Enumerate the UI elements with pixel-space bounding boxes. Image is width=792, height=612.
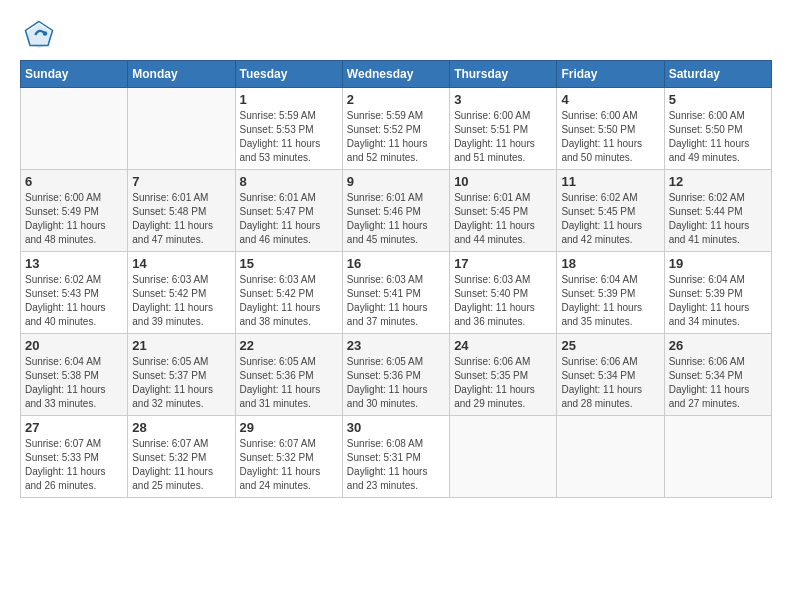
day-number: 4 bbox=[561, 92, 659, 107]
day-number: 12 bbox=[669, 174, 767, 189]
calendar-cell: 16Sunrise: 6:03 AM Sunset: 5:41 PM Dayli… bbox=[342, 252, 449, 334]
day-number: 16 bbox=[347, 256, 445, 271]
svg-point-2 bbox=[43, 31, 48, 36]
calendar-cell: 28Sunrise: 6:07 AM Sunset: 5:32 PM Dayli… bbox=[128, 416, 235, 498]
day-info: Sunrise: 6:00 AM Sunset: 5:50 PM Dayligh… bbox=[561, 109, 659, 165]
calendar-cell: 30Sunrise: 6:08 AM Sunset: 5:31 PM Dayli… bbox=[342, 416, 449, 498]
weekday-header-monday: Monday bbox=[128, 61, 235, 88]
calendar-cell: 27Sunrise: 6:07 AM Sunset: 5:33 PM Dayli… bbox=[21, 416, 128, 498]
day-number: 19 bbox=[669, 256, 767, 271]
day-info: Sunrise: 6:03 AM Sunset: 5:40 PM Dayligh… bbox=[454, 273, 552, 329]
calendar-week-row: 1Sunrise: 5:59 AM Sunset: 5:53 PM Daylig… bbox=[21, 88, 772, 170]
day-number: 25 bbox=[561, 338, 659, 353]
calendar-table: SundayMondayTuesdayWednesdayThursdayFrid… bbox=[20, 60, 772, 498]
day-info: Sunrise: 5:59 AM Sunset: 5:53 PM Dayligh… bbox=[240, 109, 338, 165]
calendar-cell: 22Sunrise: 6:05 AM Sunset: 5:36 PM Dayli… bbox=[235, 334, 342, 416]
day-info: Sunrise: 6:04 AM Sunset: 5:38 PM Dayligh… bbox=[25, 355, 123, 411]
day-info: Sunrise: 6:06 AM Sunset: 5:35 PM Dayligh… bbox=[454, 355, 552, 411]
calendar-cell: 1Sunrise: 5:59 AM Sunset: 5:53 PM Daylig… bbox=[235, 88, 342, 170]
weekday-header-thursday: Thursday bbox=[450, 61, 557, 88]
weekday-header-tuesday: Tuesday bbox=[235, 61, 342, 88]
day-info: Sunrise: 6:07 AM Sunset: 5:32 PM Dayligh… bbox=[240, 437, 338, 493]
calendar-cell: 17Sunrise: 6:03 AM Sunset: 5:40 PM Dayli… bbox=[450, 252, 557, 334]
weekday-header-saturday: Saturday bbox=[664, 61, 771, 88]
day-number: 2 bbox=[347, 92, 445, 107]
calendar-cell bbox=[450, 416, 557, 498]
calendar-cell: 24Sunrise: 6:06 AM Sunset: 5:35 PM Dayli… bbox=[450, 334, 557, 416]
day-number: 24 bbox=[454, 338, 552, 353]
calendar-cell: 6Sunrise: 6:00 AM Sunset: 5:49 PM Daylig… bbox=[21, 170, 128, 252]
calendar-week-row: 13Sunrise: 6:02 AM Sunset: 5:43 PM Dayli… bbox=[21, 252, 772, 334]
calendar-cell: 3Sunrise: 6:00 AM Sunset: 5:51 PM Daylig… bbox=[450, 88, 557, 170]
calendar-cell: 18Sunrise: 6:04 AM Sunset: 5:39 PM Dayli… bbox=[557, 252, 664, 334]
calendar-cell: 11Sunrise: 6:02 AM Sunset: 5:45 PM Dayli… bbox=[557, 170, 664, 252]
calendar-cell: 25Sunrise: 6:06 AM Sunset: 5:34 PM Dayli… bbox=[557, 334, 664, 416]
day-info: Sunrise: 6:07 AM Sunset: 5:32 PM Dayligh… bbox=[132, 437, 230, 493]
day-number: 20 bbox=[25, 338, 123, 353]
weekday-header-wednesday: Wednesday bbox=[342, 61, 449, 88]
calendar-cell: 4Sunrise: 6:00 AM Sunset: 5:50 PM Daylig… bbox=[557, 88, 664, 170]
calendar-cell: 26Sunrise: 6:06 AM Sunset: 5:34 PM Dayli… bbox=[664, 334, 771, 416]
day-info: Sunrise: 6:05 AM Sunset: 5:36 PM Dayligh… bbox=[240, 355, 338, 411]
day-info: Sunrise: 6:07 AM Sunset: 5:33 PM Dayligh… bbox=[25, 437, 123, 493]
day-info: Sunrise: 6:05 AM Sunset: 5:37 PM Dayligh… bbox=[132, 355, 230, 411]
header bbox=[20, 20, 772, 50]
day-info: Sunrise: 6:03 AM Sunset: 5:41 PM Dayligh… bbox=[347, 273, 445, 329]
calendar-cell: 10Sunrise: 6:01 AM Sunset: 5:45 PM Dayli… bbox=[450, 170, 557, 252]
calendar-cell: 8Sunrise: 6:01 AM Sunset: 5:47 PM Daylig… bbox=[235, 170, 342, 252]
day-number: 23 bbox=[347, 338, 445, 353]
logo bbox=[20, 20, 54, 50]
day-info: Sunrise: 6:02 AM Sunset: 5:45 PM Dayligh… bbox=[561, 191, 659, 247]
day-number: 18 bbox=[561, 256, 659, 271]
calendar-cell: 14Sunrise: 6:03 AM Sunset: 5:42 PM Dayli… bbox=[128, 252, 235, 334]
calendar-week-row: 20Sunrise: 6:04 AM Sunset: 5:38 PM Dayli… bbox=[21, 334, 772, 416]
day-info: Sunrise: 6:00 AM Sunset: 5:50 PM Dayligh… bbox=[669, 109, 767, 165]
calendar-week-row: 6Sunrise: 6:00 AM Sunset: 5:49 PM Daylig… bbox=[21, 170, 772, 252]
day-info: Sunrise: 6:05 AM Sunset: 5:36 PM Dayligh… bbox=[347, 355, 445, 411]
calendar-cell: 21Sunrise: 6:05 AM Sunset: 5:37 PM Dayli… bbox=[128, 334, 235, 416]
calendar-cell: 20Sunrise: 6:04 AM Sunset: 5:38 PM Dayli… bbox=[21, 334, 128, 416]
calendar-cell bbox=[557, 416, 664, 498]
day-info: Sunrise: 6:02 AM Sunset: 5:43 PM Dayligh… bbox=[25, 273, 123, 329]
day-info: Sunrise: 6:00 AM Sunset: 5:51 PM Dayligh… bbox=[454, 109, 552, 165]
day-info: Sunrise: 5:59 AM Sunset: 5:52 PM Dayligh… bbox=[347, 109, 445, 165]
day-number: 17 bbox=[454, 256, 552, 271]
day-number: 28 bbox=[132, 420, 230, 435]
calendar-cell: 7Sunrise: 6:01 AM Sunset: 5:48 PM Daylig… bbox=[128, 170, 235, 252]
day-number: 9 bbox=[347, 174, 445, 189]
day-number: 27 bbox=[25, 420, 123, 435]
calendar-cell: 12Sunrise: 6:02 AM Sunset: 5:44 PM Dayli… bbox=[664, 170, 771, 252]
weekday-header-sunday: Sunday bbox=[21, 61, 128, 88]
calendar-week-row: 27Sunrise: 6:07 AM Sunset: 5:33 PM Dayli… bbox=[21, 416, 772, 498]
weekday-header-friday: Friday bbox=[557, 61, 664, 88]
day-info: Sunrise: 6:00 AM Sunset: 5:49 PM Dayligh… bbox=[25, 191, 123, 247]
calendar-cell: 5Sunrise: 6:00 AM Sunset: 5:50 PM Daylig… bbox=[664, 88, 771, 170]
day-number: 7 bbox=[132, 174, 230, 189]
day-info: Sunrise: 6:01 AM Sunset: 5:48 PM Dayligh… bbox=[132, 191, 230, 247]
calendar-cell: 23Sunrise: 6:05 AM Sunset: 5:36 PM Dayli… bbox=[342, 334, 449, 416]
calendar-cell: 2Sunrise: 5:59 AM Sunset: 5:52 PM Daylig… bbox=[342, 88, 449, 170]
day-number: 5 bbox=[669, 92, 767, 107]
day-number: 13 bbox=[25, 256, 123, 271]
day-number: 8 bbox=[240, 174, 338, 189]
calendar-cell: 19Sunrise: 6:04 AM Sunset: 5:39 PM Dayli… bbox=[664, 252, 771, 334]
calendar-cell: 15Sunrise: 6:03 AM Sunset: 5:42 PM Dayli… bbox=[235, 252, 342, 334]
day-number: 3 bbox=[454, 92, 552, 107]
day-info: Sunrise: 6:02 AM Sunset: 5:44 PM Dayligh… bbox=[669, 191, 767, 247]
calendar-cell bbox=[128, 88, 235, 170]
day-info: Sunrise: 6:04 AM Sunset: 5:39 PM Dayligh… bbox=[669, 273, 767, 329]
day-info: Sunrise: 6:01 AM Sunset: 5:45 PM Dayligh… bbox=[454, 191, 552, 247]
day-number: 21 bbox=[132, 338, 230, 353]
day-info: Sunrise: 6:03 AM Sunset: 5:42 PM Dayligh… bbox=[240, 273, 338, 329]
day-number: 1 bbox=[240, 92, 338, 107]
day-number: 26 bbox=[669, 338, 767, 353]
calendar-cell bbox=[21, 88, 128, 170]
calendar-cell bbox=[664, 416, 771, 498]
calendar-cell: 13Sunrise: 6:02 AM Sunset: 5:43 PM Dayli… bbox=[21, 252, 128, 334]
day-number: 14 bbox=[132, 256, 230, 271]
day-number: 10 bbox=[454, 174, 552, 189]
day-number: 29 bbox=[240, 420, 338, 435]
day-number: 22 bbox=[240, 338, 338, 353]
day-number: 15 bbox=[240, 256, 338, 271]
day-info: Sunrise: 6:06 AM Sunset: 5:34 PM Dayligh… bbox=[561, 355, 659, 411]
